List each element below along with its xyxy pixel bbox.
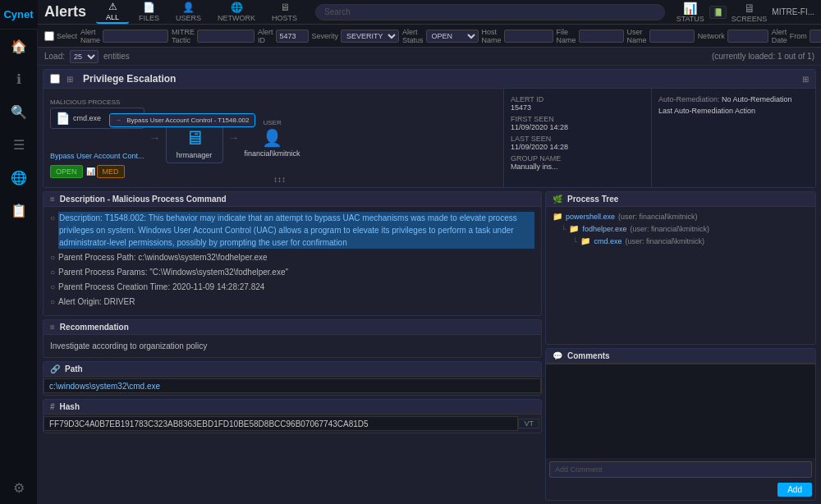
filter-status: Alert Status OPENCLOSED — [402, 28, 479, 44]
alert-name-input[interactable] — [103, 30, 168, 43]
description-title: Description - Malicious Process Command — [60, 195, 227, 204]
comments-icon: 💬 — [553, 351, 562, 360]
user-avatar-icon: 👤 — [262, 128, 282, 148]
sidebar-icon-search[interactable]: 🔍 — [4, 97, 34, 126]
status-buttons: OPEN 📊 MED — [50, 165, 144, 178]
alert-panel: ⊞ Privilege Escalation ⊞ MALICIOUS PROCE… — [43, 69, 816, 188]
alert-icon: ⊞ — [67, 75, 73, 84]
tab-files-label: FILES — [139, 14, 159, 22]
process-type-label: MALICIOUS PROCESS — [50, 99, 144, 106]
process-node: MALICIOUS PROCESS 📄 cmd.exe → Bypass Use… — [50, 99, 144, 178]
recommendation-title: Recommendation — [60, 323, 129, 332]
filter-date: Alert Date From To — [772, 28, 821, 44]
sidebar-icon-clipboard[interactable]: 📋 — [4, 195, 34, 225]
search-input[interactable] — [315, 4, 665, 21]
desc-highlight-text: Description: T1548.002: This behavior ma… — [58, 212, 534, 249]
add-comment-button[interactable]: Add — [777, 483, 812, 497]
comments-area — [546, 364, 815, 459]
recommendation-header: ≡ Recommendation — [44, 320, 541, 335]
filter-select: Select — [44, 31, 77, 41]
bypass-link[interactable]: Bypass User Account Cont... — [50, 152, 144, 160]
sidebar-icon-globe[interactable]: 🌐 — [4, 163, 34, 192]
comments-title: Comments — [567, 351, 610, 360]
hash-input[interactable] — [44, 416, 518, 431]
alert-title: Privilege Escalation — [83, 73, 176, 85]
screens-icon: 🖥 — [744, 2, 755, 15]
vt-button[interactable]: VT — [518, 419, 539, 428]
tree-folder-icon-2: 📁 — [580, 236, 590, 245]
tab-network[interactable]: 🌐 NETWORK — [211, 1, 262, 24]
status-select[interactable]: OPENCLOSED — [426, 30, 479, 43]
open-button[interactable]: OPEN — [50, 165, 83, 178]
host-monitor-icon: 🖥 — [185, 126, 204, 149]
desc-highlight-item: ○ Description: T1548.002: This behavior … — [50, 212, 534, 249]
sidebar-icon-settings[interactable]: ⚙ — [4, 473, 34, 502]
desc-item: ○Parent Process Creation Time: 2020-11-0… — [50, 281, 534, 293]
alert-id-input[interactable] — [276, 30, 309, 43]
filter-user: User Name — [627, 28, 695, 44]
sidebar: Cynet 🏠 ℹ 🔍 ☰ 🌐 📋 ⚙ — [0, 0, 38, 504]
tree-exe-2: cmd.exe — [594, 237, 621, 245]
recommendation-icon: ≡ — [50, 323, 55, 332]
sidebar-icon-list[interactable]: ☰ — [4, 130, 34, 159]
date-from-input[interactable] — [810, 30, 821, 43]
alert-id-row: ALERT ID 15473 — [511, 95, 644, 112]
mitre-input[interactable] — [197, 30, 255, 43]
tab-all-label: ALL — [106, 13, 119, 21]
med-button[interactable]: MED — [97, 165, 125, 178]
filter-network: Network — [698, 30, 768, 43]
hash-header: # Hash — [44, 400, 541, 415]
tooltip-arrow: → — [115, 117, 122, 124]
page-title: Alerts — [44, 3, 86, 21]
description-header: ≡ Description - Malicious Process Comman… — [44, 192, 541, 207]
tree-exe-0: powershell.exe — [566, 213, 615, 221]
tab-users[interactable]: 👤 USERS — [169, 1, 208, 24]
tree-item-1: └ 📁 fodhelper.exe (user: financial\kmitn… — [549, 222, 812, 235]
path-input[interactable] — [44, 378, 541, 393]
tab-hosts[interactable]: 🖥 HOSTS — [265, 1, 304, 24]
description-body: ○ Description: T1548.002: This behavior … — [44, 207, 541, 315]
left-panel: ≡ Description - Malicious Process Comman… — [43, 191, 542, 501]
tree-item-0: 📁 powershell.exe (user: financial\kmitni… — [549, 210, 812, 222]
filter-host: Host Name — [482, 28, 553, 44]
user-name: financial\kmitnick — [245, 149, 300, 158]
load-select[interactable]: 2550100 — [70, 50, 99, 63]
instance-label: MITRE-FI... — [772, 7, 814, 16]
user-input[interactable] — [649, 30, 695, 43]
remediation-row: Auto-Remediation: No Auto-Remediation — [658, 95, 809, 103]
filter-alert-name: Alert Name — [80, 28, 168, 44]
file-input[interactable] — [579, 30, 624, 43]
tab-all[interactable]: ⚠ ALL — [96, 1, 129, 24]
alert-expand-icon[interactable]: ⊞ — [802, 75, 809, 84]
select-all-checkbox[interactable] — [44, 31, 54, 41]
tab-users-label: USERS — [176, 14, 201, 22]
network-input[interactable] — [727, 30, 768, 43]
sidebar-icon-home[interactable]: 🏠 — [4, 31, 34, 61]
process-tree-body: 📁 powershell.exe (user: financial\kmitni… — [546, 207, 815, 250]
tree-user-0: (user: financial\kmitnick) — [618, 213, 698, 221]
tab-hosts-icon: 🖥 — [280, 2, 290, 13]
severity-select[interactable]: SEVERITYLOWMEDIUMHIGH — [341, 30, 399, 43]
bar-icon: 📊 — [86, 167, 95, 176]
filter-mitre: MITRE Tactic — [172, 28, 255, 44]
tree-line-2: └ — [572, 237, 577, 245]
host-input[interactable] — [504, 30, 553, 43]
bypass-label-area: Bypass User Account Cont... — [50, 150, 144, 160]
sidebar-icon-info[interactable]: ℹ — [4, 64, 34, 94]
path-panel: 🔗 Path — [43, 361, 542, 396]
tab-network-label: NETWORK — [218, 14, 255, 22]
app-logo: Cynet — [0, 0, 38, 30]
hash-panel: # Hash VT — [43, 399, 542, 433]
screens-button[interactable]: 🖥 SCREENS — [732, 2, 768, 23]
add-comment-area: Add — [546, 458, 815, 500]
alert-checkbox[interactable] — [50, 74, 60, 84]
tab-network-icon: 🌐 — [231, 2, 243, 13]
desc-item: ○Alert Origin: DRIVER — [50, 296, 534, 308]
tab-files[interactable]: 📄 FILES — [132, 1, 166, 24]
add-comment-input[interactable] — [549, 461, 812, 478]
alert-body: MALICIOUS PROCESS 📄 cmd.exe → Bypass Use… — [44, 89, 815, 187]
status-button[interactable]: 📊 STATUS — [677, 2, 704, 23]
excel-button[interactable]: 📗 — [709, 6, 727, 19]
load-row: Load: 2550100 entities (currently loaded… — [38, 48, 821, 66]
process-tree-panel: 🌿 Process Tree 📁 powershell.exe (user: f… — [545, 191, 816, 345]
